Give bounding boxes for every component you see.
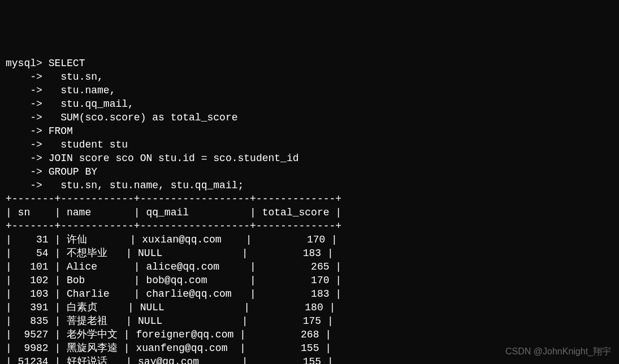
table-border-header: +-------+------------+------------------… [6,220,341,232]
prompt-main: mysql> [6,58,49,69]
prompt-cont: -> [6,98,49,110]
prompt-cont: -> [6,71,49,83]
query-line-1: stu.sn, [49,71,103,83]
prompt-cont: -> [6,125,49,137]
watermark: CSDN @JohnKnight_翔宇 [505,345,611,358]
prompt-cont: -> [6,85,49,96]
prompt-cont: -> [6,112,49,123]
query-line-7: JOIN score sco ON stu.id = sco.student_i… [49,153,299,164]
query-line-2: stu.name, [49,85,116,96]
query-line-6: student stu [49,139,128,150]
query-line-0: SELECT [49,58,85,69]
prompt-cont: -> [6,153,49,164]
query-line-8: GROUP BY [49,166,97,177]
query-line-5: FROM [49,125,73,137]
prompt-cont: -> [6,166,49,177]
table-border-top: +-------+------------+------------------… [6,193,341,205]
prompt-cont: -> [6,139,49,150]
table-header-row: | sn | name | qq_mail | total_score | [6,207,341,218]
query-line-9: stu.sn, stu.name, stu.qq_mail; [49,180,244,191]
mysql-terminal[interactable]: mysql> SELECT -> stu.sn, -> stu.name, ->… [6,57,613,364]
query-line-3: stu.qq_mail, [49,98,134,110]
prompt-cont: -> [6,180,49,191]
query-line-4: SUM(sco.score) as total_score [49,112,238,123]
